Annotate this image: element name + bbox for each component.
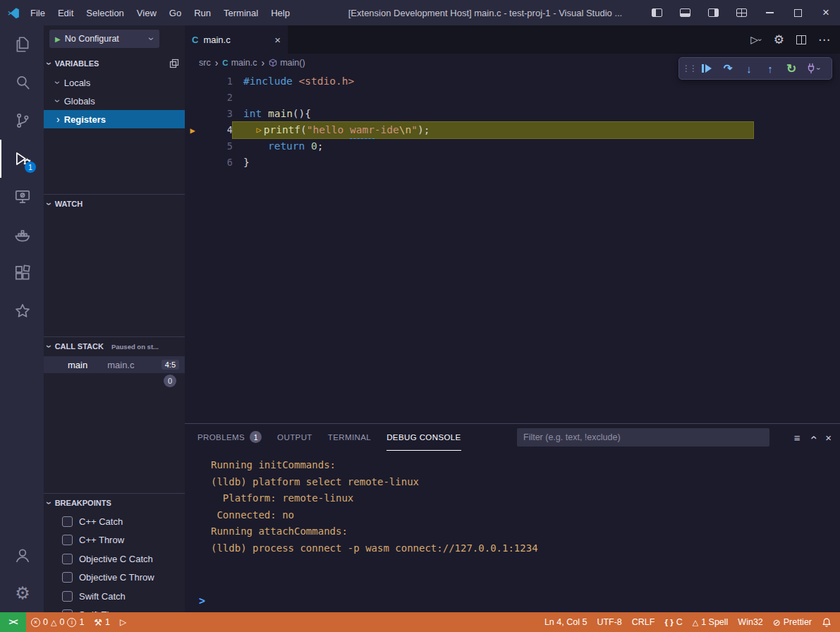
activity-extensions[interactable] [0, 254, 44, 292]
maximize-button[interactable] [784, 0, 812, 25]
close-panel-icon[interactable]: × [825, 432, 832, 444]
breakpoint-swift-throw[interactable]: Swift Throw [44, 606, 185, 612]
step-out-button[interactable]: ↑ [760, 59, 780, 78]
checkbox[interactable] [62, 554, 73, 564]
disconnect-button[interactable]: › [803, 59, 822, 78]
variables-item-globals[interactable]: › Globals [44, 92, 185, 110]
debug-status[interactable]: ▷ [115, 612, 131, 632]
breakpoint-gutter[interactable] [185, 154, 200, 171]
step-over-button[interactable]: ↷ [718, 59, 738, 78]
activity-remote-explorer[interactable] [0, 178, 44, 216]
activity-explorer[interactable] [0, 25, 44, 63]
breakpoint-swift-catch[interactable]: Swift Catch [44, 588, 185, 604]
tab-main-c[interactable]: C main.c × [185, 25, 288, 54]
split-editor-icon[interactable] [796, 35, 806, 44]
inline-breakpoint-icon[interactable]: ▷ [256, 122, 261, 138]
tools-icon: ⚒ [94, 617, 102, 628]
console-input-prompt[interactable]: > [199, 595, 205, 607]
menu-view[interactable]: View [130, 4, 163, 22]
breakpoint-objc-catch[interactable]: Objective C Catch [44, 550, 185, 567]
run-file-button[interactable]: ▷ › [750, 34, 761, 45]
customize-layout-icon[interactable] [727, 0, 755, 25]
stack-frame-row[interactable]: main main.c 4:5 [44, 356, 185, 373]
breakpoint-gutter[interactable]: ▶ [185, 122, 200, 138]
problems-status[interactable]: × 0 △ 0 i 1 [26, 612, 89, 632]
activity-run-debug[interactable]: 1 [0, 140, 44, 178]
toggle-panel-icon[interactable] [671, 0, 699, 25]
activity-source-control[interactable] [0, 102, 44, 140]
chevron-down-icon: › [147, 37, 157, 41]
tab-problems[interactable]: PROBLEMS 1 [197, 424, 262, 451]
variables-item-locals[interactable]: › Locals [44, 73, 185, 92]
tab-output[interactable]: OUTPUT [277, 424, 312, 451]
close-tab-icon[interactable]: × [274, 34, 281, 46]
breakpoint-cpp-catch[interactable]: C++ Catch [44, 513, 185, 530]
remote-indicator[interactable]: >< [0, 612, 26, 632]
spell-checker-status[interactable]: △ 1 Spell [688, 612, 734, 632]
menu-go[interactable]: Go [163, 4, 188, 22]
code-editor[interactable]: 1 #include <stdio.h> 2 3 int main(){ ▶ 4… [185, 72, 840, 171]
call-stack-section-header[interactable]: › CALL STACK Paused on st... [44, 338, 185, 355]
output-actions-icon[interactable]: ≡ [794, 432, 801, 444]
cursor-position[interactable]: Ln 4, Col 5 [540, 612, 592, 632]
notifications-bell[interactable] [817, 612, 840, 632]
breadcrumb-main-symbol[interactable]: main() [269, 58, 305, 68]
continue-button[interactable] [697, 59, 717, 78]
split-panes-icon[interactable] [169, 59, 179, 68]
chevron-down-icon: › [53, 81, 63, 85]
breakpoint-gutter[interactable] [185, 90, 200, 106]
chevron-down-icon: › [44, 345, 54, 348]
toolchain-status[interactable]: ⚒ 1 [89, 612, 115, 632]
maximize-panel-icon[interactable]: › [807, 435, 819, 439]
variables-section-header[interactable]: › VARIABLES [44, 55, 185, 72]
activity-docker[interactable] [0, 216, 44, 254]
variables-item-registers[interactable]: › Registers [44, 110, 185, 128]
menu-edit[interactable]: Edit [51, 4, 80, 22]
checkbox[interactable] [62, 535, 73, 545]
breadcrumb-main-c[interactable]: C main.c [222, 58, 257, 68]
menu-run[interactable]: Run [188, 4, 217, 22]
search-icon [13, 73, 32, 92]
settings-gear-icon[interactable]: ⚙ [774, 34, 784, 46]
breakpoint-gutter[interactable] [185, 73, 200, 90]
more-actions-icon[interactable]: ⋯ [818, 32, 830, 47]
language-mode[interactable]: { } C [659, 612, 687, 632]
drag-handle[interactable]: ⋮⋮ [683, 59, 695, 78]
restart-button[interactable]: ↻ [781, 59, 801, 78]
breakpoint-gutter[interactable] [185, 106, 200, 122]
menu-help[interactable]: Help [264, 4, 296, 22]
tab-debug-console[interactable]: DEBUG CONSOLE [386, 424, 461, 451]
toggle-sidebar-icon[interactable] [643, 0, 671, 25]
menu-file[interactable]: File [24, 4, 51, 22]
breakpoint-objc-throw[interactable]: Objective C Throw [44, 569, 185, 585]
variables-title: VARIABLES [55, 59, 99, 68]
breakpoints-section-header[interactable]: › BREAKPOINTS [44, 494, 185, 511]
checkbox[interactable] [62, 591, 73, 602]
minimize-button[interactable] [755, 0, 784, 25]
activity-marketplace[interactable] [0, 292, 44, 330]
activity-accounts[interactable] [0, 536, 44, 574]
c-file-icon: C [192, 35, 198, 45]
tab-terminal[interactable]: TERMINAL [328, 424, 371, 451]
checkbox[interactable] [62, 572, 73, 583]
section-divider [44, 493, 185, 494]
activity-settings[interactable]: ⚙ [0, 574, 44, 612]
console-filter-input[interactable] [517, 428, 769, 446]
menu-terminal[interactable]: Terminal [217, 4, 264, 22]
encoding-indicator[interactable]: UTF-8 [592, 612, 626, 632]
debug-configuration-dropdown[interactable]: ▶ No Configurat › [49, 30, 159, 48]
toggle-secondary-sidebar-icon[interactable] [699, 0, 727, 25]
formatter-status[interactable]: ⊘ Prettier [768, 612, 817, 632]
menu-selection[interactable]: Selection [80, 4, 130, 22]
breakpoint-gutter[interactable] [185, 138, 200, 154]
activity-search[interactable] [0, 63, 44, 102]
close-button[interactable]: × [812, 0, 840, 25]
checkbox[interactable] [62, 516, 73, 527]
eol-indicator[interactable]: CRLF [627, 612, 660, 632]
breadcrumb-src[interactable]: src [199, 58, 211, 68]
breakpoint-cpp-throw[interactable]: C++ Throw [44, 531, 185, 548]
watch-section-header[interactable]: › WATCH [44, 195, 185, 212]
error-icon: × [31, 618, 40, 627]
platform-indicator[interactable]: Win32 [733, 612, 767, 632]
step-into-button[interactable]: ↓ [739, 59, 759, 78]
